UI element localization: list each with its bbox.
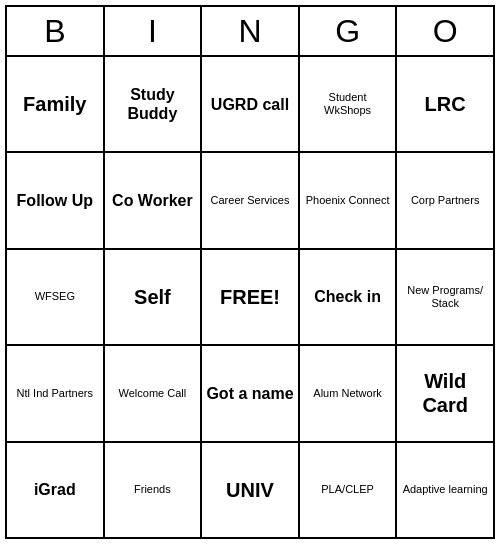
bingo-row: iGradFriendsUNIVPLA/CLEPAdaptive learnin…: [7, 443, 493, 537]
bingo-cell: iGrad: [7, 443, 105, 537]
bingo-cell: Welcome Call: [105, 346, 203, 440]
bingo-cell: New Programs/ Stack: [397, 250, 493, 344]
bingo-cell: Check in: [300, 250, 398, 344]
bingo-cell: UNIV: [202, 443, 300, 537]
bingo-cell: Study Buddy: [105, 57, 203, 151]
bingo-grid: FamilyStudy BuddyUGRD callStudent WkShop…: [7, 57, 493, 537]
bingo-cell: Alum Network: [300, 346, 398, 440]
bingo-cell: Career Services: [202, 153, 300, 247]
bingo-cell: Student WkShops: [300, 57, 398, 151]
bingo-cell: PLA/CLEP: [300, 443, 398, 537]
header-letter: B: [7, 7, 105, 55]
bingo-cell: WFSEG: [7, 250, 105, 344]
bingo-cell: LRC: [397, 57, 493, 151]
header-letter: I: [105, 7, 203, 55]
bingo-row: Ntl Ind PartnersWelcome CallGot a nameAl…: [7, 346, 493, 442]
header-letter: G: [300, 7, 398, 55]
bingo-cell: Got a name: [202, 346, 300, 440]
bingo-cell: Co Worker: [105, 153, 203, 247]
bingo-cell: Wild Card: [397, 346, 493, 440]
bingo-cell: Ntl Ind Partners: [7, 346, 105, 440]
bingo-cell: Adaptive learning: [397, 443, 493, 537]
bingo-cell: Phoenix Connect: [300, 153, 398, 247]
bingo-cell: Follow Up: [7, 153, 105, 247]
bingo-cell: FREE!: [202, 250, 300, 344]
bingo-cell: Friends: [105, 443, 203, 537]
bingo-cell: Family: [7, 57, 105, 151]
bingo-cell: UGRD call: [202, 57, 300, 151]
bingo-cell: Corp Partners: [397, 153, 493, 247]
header-letter: O: [397, 7, 493, 55]
bingo-row: FamilyStudy BuddyUGRD callStudent WkShop…: [7, 57, 493, 153]
bingo-cell: Self: [105, 250, 203, 344]
bingo-card: BINGO FamilyStudy BuddyUGRD callStudent …: [5, 5, 495, 539]
header-letter: N: [202, 7, 300, 55]
bingo-header: BINGO: [7, 7, 493, 57]
bingo-row: Follow UpCo WorkerCareer ServicesPhoenix…: [7, 153, 493, 249]
bingo-row: WFSEGSelfFREE!Check inNew Programs/ Stac…: [7, 250, 493, 346]
